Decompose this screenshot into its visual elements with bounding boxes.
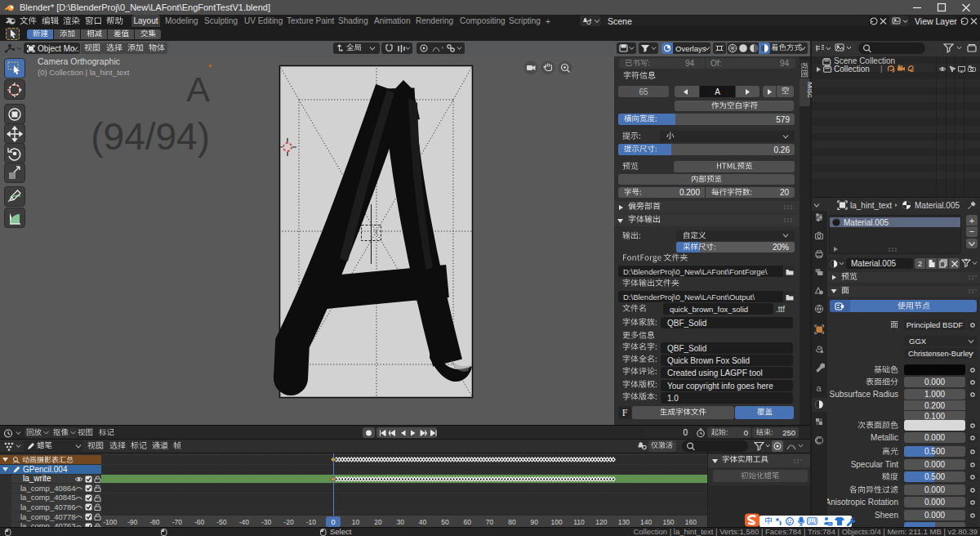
svg-text:-70: -70	[172, 518, 183, 526]
svg-text:110: 110	[573, 518, 585, 526]
svg-text:50: 50	[441, 518, 449, 526]
svg-text:140: 140	[640, 518, 652, 526]
svg-text:-20: -20	[283, 518, 294, 526]
svg-text:80: 80	[508, 518, 516, 526]
svg-text:120: 120	[595, 518, 607, 526]
svg-text:90: 90	[531, 518, 539, 526]
svg-text:-80: -80	[149, 518, 160, 526]
svg-text:-30: -30	[261, 518, 272, 526]
svg-text:-90: -90	[127, 518, 138, 526]
svg-text:100: 100	[551, 518, 563, 526]
svg-text:150: 150	[662, 518, 674, 526]
svg-text:70: 70	[486, 518, 494, 526]
svg-text:40: 40	[419, 518, 427, 526]
svg-text:PL: PL	[829, 523, 832, 526]
svg-text:-10: -10	[306, 518, 317, 526]
svg-text:30: 30	[396, 518, 404, 526]
svg-text:130: 130	[618, 518, 630, 526]
svg-text:-50: -50	[216, 518, 227, 526]
svg-text:-40: -40	[239, 518, 250, 526]
svg-text:-60: -60	[194, 518, 205, 526]
svg-text:60: 60	[464, 518, 472, 526]
svg-text:10: 10	[352, 518, 360, 526]
svg-text:160: 160	[685, 518, 697, 526]
svg-text:20: 20	[374, 518, 382, 526]
svg-text:-100: -100	[103, 518, 117, 526]
svg-text:a: a	[817, 383, 822, 393]
